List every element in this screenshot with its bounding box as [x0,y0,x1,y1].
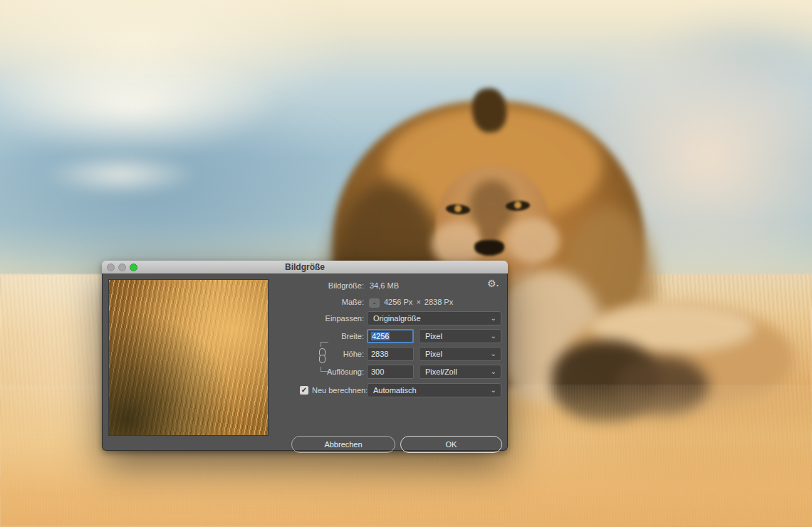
width-input[interactable]: 4256 [367,329,414,343]
resample-label: Neu berechnen: [312,383,368,397]
height-value: 2838 [371,350,388,358]
dimensions-unit-button[interactable]: ⌄ [369,298,380,308]
width-value-selected: 4256 [371,332,390,340]
row-dimensions: Maße: ⌄4256 Px×2838 Px [103,295,507,309]
ok-button[interactable]: OK [400,436,502,453]
dialog-titlebar[interactable]: Bildgröße [102,261,508,274]
constrain-bracket-top [321,342,328,347]
resolution-unit-select[interactable]: Pixel/Zoll ⌄ [419,365,501,379]
image-size-value: 34,6 MB [370,278,399,293]
height-unit-select[interactable]: Pixel ⌄ [419,347,501,361]
fit-to-select[interactable]: Originalgröße ⌄ [367,311,501,325]
width-label: Breite: [274,329,364,343]
resample-select[interactable]: Automatisch ⌄ [367,383,501,397]
checkmark-icon: ✓ [301,386,307,394]
dialog-title: Bildgröße [102,261,508,273]
lion-iris [514,202,521,209]
chevron-down-icon: ⌄ [491,365,496,377]
resample-value: Automatisch [373,386,417,395]
height-unit-value: Pixel [425,350,442,358]
dimensions-width: 4256 Px [384,298,412,306]
fit-to-label: Einpassen: [274,311,364,325]
row-height: Höhe: 2838 Pixel ⌄ [103,347,507,361]
dialog-body: ⚙. Bildgröße: 34,6 MB Maße: ⌄4256 Px×283… [102,273,508,451]
resolution-value: 300 [371,367,384,376]
height-input[interactable]: 2838 [367,347,414,361]
image-size-label: Bildgröße: [274,278,364,293]
screenshot: Bildgröße ⚙. Bildgröße: 34,6 MB Maße: ⌄4… [0,0,812,527]
fit-to-value: Originalgröße [373,314,421,323]
row-width: Breite: 4256 Pixel ⌄ [103,329,507,343]
cancel-button[interactable]: Abbrechen [291,436,395,453]
resolution-unit-value: Pixel/Zoll [425,367,457,376]
resample-checkbox[interactable]: ✓ [300,386,308,395]
lion-cheek [507,218,560,264]
dimensions-times: × [416,298,420,306]
lion-nose [474,240,504,256]
dimensions-height: 2838 Px [425,298,453,306]
link-icon[interactable] [318,348,326,365]
row-image-size: Bildgröße: 34,6 MB [103,278,507,293]
chevron-down-icon: ⌄ [491,330,496,342]
dimensions-label: Maße: [274,295,364,309]
chevron-down-icon: ⌄ [372,299,377,306]
lion-iris [454,205,462,212]
chevron-down-icon: ⌄ [491,348,496,360]
dimensions-value: ⌄4256 Px×2838 Px [369,295,453,309]
image-size-dialog: Bildgröße ⚙. Bildgröße: 34,6 MB Maße: ⌄4… [102,261,508,451]
width-unit-select[interactable]: Pixel ⌄ [419,329,501,343]
row-resolution: Auflösung: 300 Pixel/Zoll ⌄ [103,365,507,379]
constrain-proportions [318,342,333,372]
chevron-down-icon: ⌄ [491,384,496,396]
width-unit-value: Pixel [425,332,442,340]
row-resample: ✓ Neu berechnen: Automatisch ⌄ [103,383,507,397]
chevron-down-icon: ⌄ [491,312,496,324]
constrain-bracket-bottom [321,367,328,372]
resolution-input[interactable]: 300 [367,365,414,379]
row-fit-to: Einpassen: Originalgröße ⌄ [103,311,507,325]
